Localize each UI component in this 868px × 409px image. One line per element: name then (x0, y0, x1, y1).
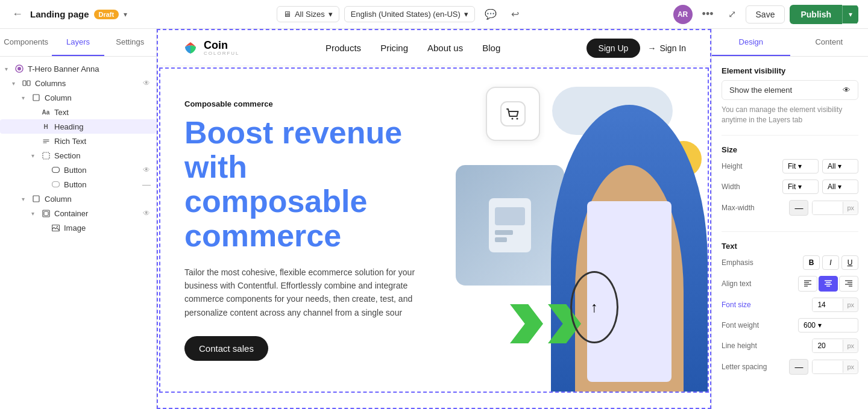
nav-link-about[interactable]: About us (427, 43, 463, 53)
layer-section[interactable]: ▾ Section (0, 148, 156, 163)
tab-layers[interactable]: Layers (52, 29, 104, 56)
align-center-button[interactable] (819, 276, 838, 292)
fontsize-label: Font size (722, 301, 751, 309)
lineheight-input[interactable] (813, 339, 843, 352)
button-outline-icon (51, 180, 60, 189)
layer-tree: ▾ T-Hero Banner Anna ▾ Columns 👁 ▾ (0, 57, 156, 409)
height-value-select[interactable]: Fit ▾ (782, 159, 819, 173)
align-left-button[interactable] (798, 276, 817, 292)
width-all-select[interactable]: All ▾ (822, 180, 858, 194)
chevron-down-icon: ▾ (798, 162, 802, 170)
caret-icon[interactable]: ▾ (22, 196, 29, 202)
size-selector[interactable]: 🖥 All Sizes ▾ (277, 6, 339, 22)
phone-screen (456, 165, 564, 286)
underline-button[interactable]: U (841, 255, 858, 270)
chevron-down-icon: ▾ (818, 321, 822, 329)
publish-button[interactable]: Publish (790, 5, 842, 24)
comment-button[interactable]: 💬 (480, 6, 502, 22)
layer-label: Rich Text (54, 137, 151, 146)
nav-link-products[interactable]: Products (326, 43, 361, 53)
nav-logo: Coin COLORFUL (182, 40, 240, 57)
letterspacing-decrement-button[interactable]: — (789, 359, 808, 375)
layer-t-hero[interactable]: ▾ T-Hero Banner Anna (0, 61, 156, 76)
bold-button[interactable]: B (803, 255, 820, 270)
hero-desc: Tailor the most cohesive, flexible ecomm… (184, 266, 426, 320)
green-arrow-1 (510, 304, 543, 343)
visibility-icon[interactable]: 👁 (142, 208, 151, 218)
visibility-icon[interactable]: 👁 (142, 78, 151, 88)
layer-heading[interactable]: ▾ H Heading (0, 119, 156, 134)
visibility-icon[interactable]: 👁 (142, 165, 151, 175)
language-selector[interactable]: English (United States) (en-US) ▾ (344, 6, 475, 22)
maxwidth-decrement-button[interactable]: — (789, 200, 808, 216)
caret-icon[interactable]: ▾ (31, 210, 39, 217)
column-icon (31, 194, 41, 204)
caret-icon[interactable]: ▾ (5, 66, 12, 72)
tab-content[interactable]: Content (790, 29, 869, 56)
logo-name: Coin (204, 40, 240, 51)
tab-design[interactable]: Design (712, 29, 790, 56)
italic-button[interactable]: I (822, 255, 839, 270)
publish-dropdown-button[interactable]: ▾ (842, 5, 858, 23)
emphasis-property: Emphasis B I U (722, 255, 858, 270)
letterspacing-input[interactable] (813, 360, 843, 373)
width-property: Width Fit ▾ All ▾ (722, 180, 858, 194)
back-button[interactable]: ← (10, 5, 25, 23)
tab-components[interactable]: Components (0, 29, 52, 56)
layer-button1[interactable]: ▾ Button 👁 (0, 163, 156, 177)
caret-icon[interactable]: ▾ (12, 80, 19, 87)
emphasis-controls: B I U (803, 255, 858, 270)
hidden-icon[interactable]: — (142, 180, 151, 189)
layer-columns[interactable]: ▾ Columns 👁 (0, 76, 156, 90)
size-selector-label: All Sizes (295, 10, 325, 19)
svg-rect-10 (44, 211, 48, 216)
save-button[interactable]: Save (746, 5, 785, 23)
signin-link[interactable]: → Sign In (647, 43, 686, 53)
right-panel: Design Content Element visibility Show t… (711, 29, 868, 409)
page-menu-chevron[interactable]: ▾ (124, 10, 127, 19)
layer-button2[interactable]: ▾ Button — (0, 177, 156, 192)
more-options-button[interactable]: ••• (697, 5, 719, 23)
visibility-section-header: Element visibility (722, 66, 858, 75)
width-value-select[interactable]: Fit ▾ (782, 180, 819, 194)
top-bar-center: 🖥 All Sizes ▾ English (United States) (e… (134, 6, 665, 22)
height-all-select[interactable]: All ▾ (822, 159, 858, 173)
external-link-button[interactable]: ⤢ (723, 6, 741, 22)
caret-icon[interactable]: ▾ (22, 95, 29, 101)
layer-text[interactable]: ▾ Aa Text (0, 105, 156, 119)
fontsize-unit: px (843, 299, 858, 311)
letterspacing-controls: — px (789, 359, 858, 375)
layer-column2[interactable]: ▾ Column (0, 192, 156, 206)
float-oval-arrow: ↑ (570, 271, 618, 343)
layer-image[interactable]: ▾ Image (0, 220, 156, 235)
canvas-area[interactable]: Coin COLORFUL Products Pricing About us … (157, 29, 711, 409)
show-element-button[interactable]: Show the element 👁 (722, 80, 858, 100)
height-label: Height (722, 162, 743, 170)
svg-rect-18 (495, 230, 513, 235)
maxwidth-input[interactable] (813, 201, 843, 214)
svg-point-1 (17, 67, 21, 70)
top-bar-left: ← Landing page Draft ▾ (10, 5, 127, 23)
image-icon (51, 223, 60, 233)
signin-icon: → (647, 43, 656, 53)
layer-container[interactable]: ▾ Container 👁 (0, 206, 156, 220)
page-title: Landing page (30, 9, 89, 19)
nav-link-pricing[interactable]: Pricing (380, 43, 408, 53)
richtext-icon (41, 136, 51, 146)
nav-link-blog[interactable]: Blog (482, 43, 500, 53)
show-element-label: Show the element (729, 86, 792, 95)
layer-column1[interactable]: ▾ Column (0, 90, 156, 105)
column-icon (31, 93, 41, 102)
caret-icon[interactable]: ▾ (31, 152, 39, 159)
layer-label: Column (45, 195, 151, 204)
lineheight-unit: px (843, 340, 858, 352)
align-right-button[interactable] (839, 276, 858, 292)
fontsize-input[interactable] (813, 298, 843, 311)
fontweight-select[interactable]: 600 ▾ (798, 318, 858, 333)
chevron-down-icon: ▾ (798, 183, 802, 191)
tab-settings[interactable]: Settings (104, 29, 156, 56)
signup-button[interactable]: Sign Up (587, 39, 641, 58)
contact-sales-button[interactable]: Contact sales (184, 336, 268, 361)
undo-button[interactable]: ↩ (506, 6, 524, 22)
layer-richtext[interactable]: ▾ Rich Text (0, 134, 156, 148)
